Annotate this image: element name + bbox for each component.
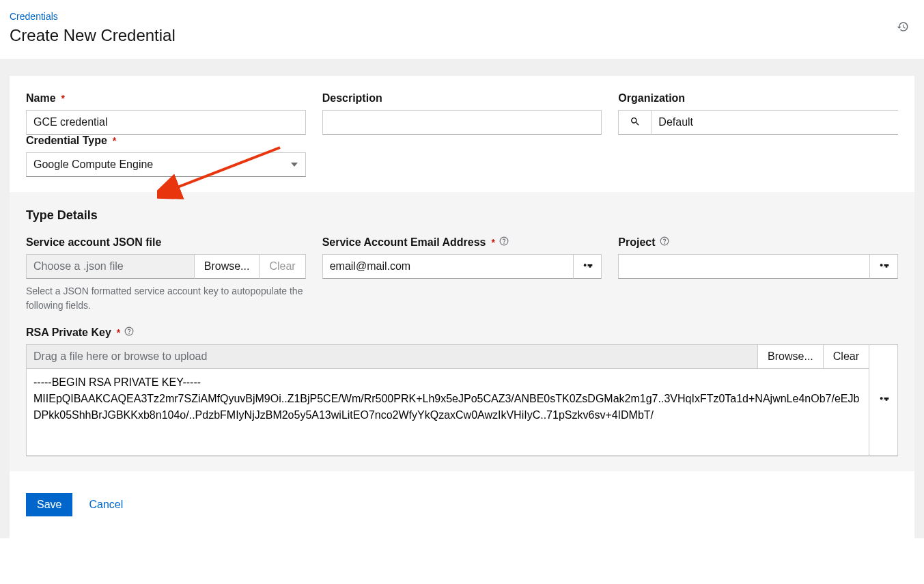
json-file-helper: Select a JSON formatted service account … <box>26 284 306 313</box>
json-file-browse-button[interactable]: Browse... <box>195 254 260 279</box>
credential-type-label: Credential Type* <box>26 135 306 147</box>
breadcrumb-credentials[interactable]: Credentials <box>10 11 914 22</box>
rsa-key-button[interactable] <box>869 344 898 456</box>
name-input[interactable] <box>26 110 306 135</box>
organization-lookup-button[interactable] <box>618 110 651 135</box>
type-details-heading: Type Details <box>26 208 898 223</box>
email-key-button[interactable] <box>573 254 602 279</box>
save-button[interactable]: Save <box>26 493 72 516</box>
page-title: Create New Credential <box>10 26 914 45</box>
json-file-clear-button[interactable]: Clear <box>260 254 305 279</box>
key-icon <box>582 260 593 273</box>
name-label: Name* <box>26 92 306 105</box>
cancel-button[interactable]: Cancel <box>89 499 123 511</box>
rsa-browse-button[interactable]: Browse... <box>758 344 824 369</box>
organization-input[interactable] <box>651 110 898 135</box>
help-icon[interactable] <box>499 236 509 249</box>
svg-point-5 <box>129 333 130 334</box>
description-label: Description <box>322 92 602 105</box>
credential-type-select[interactable]: Google Compute Engine <box>26 152 306 177</box>
email-label: Service Account Email Address* <box>322 236 602 249</box>
description-input[interactable] <box>322 110 602 135</box>
search-icon <box>630 116 641 129</box>
json-file-label: Service account JSON file <box>26 236 306 249</box>
key-icon <box>878 393 889 407</box>
svg-point-1 <box>504 243 505 244</box>
svg-point-3 <box>664 243 664 244</box>
project-input[interactable] <box>618 254 869 279</box>
rsa-label: RSA Private Key* <box>26 326 898 339</box>
organization-label: Organization <box>618 92 898 105</box>
rsa-dropzone[interactable]: Drag a file here or browse to upload <box>26 344 758 369</box>
rsa-clear-button[interactable]: Clear <box>824 344 869 369</box>
history-icon[interactable] <box>897 20 909 36</box>
help-icon[interactable] <box>660 236 669 249</box>
key-icon <box>878 260 889 273</box>
project-key-button[interactable] <box>869 254 898 279</box>
json-file-display: Choose a .json file <box>26 254 195 279</box>
help-icon[interactable] <box>124 326 134 339</box>
project-label: Project <box>618 236 898 249</box>
rsa-textarea[interactable] <box>26 369 869 456</box>
email-input[interactable] <box>322 254 574 279</box>
